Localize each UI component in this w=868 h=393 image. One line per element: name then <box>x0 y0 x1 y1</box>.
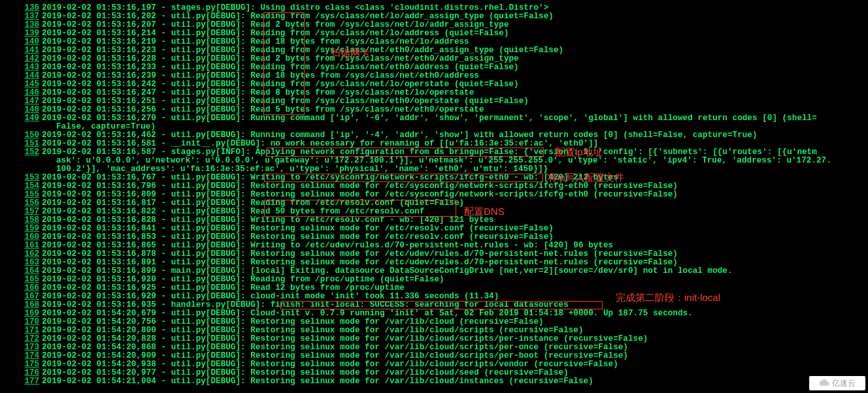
log-text: 2019-02-02 01:53:16,828 - util.py[DEBUG]… <box>42 215 494 225</box>
line-number: 177 <box>0 377 42 386</box>
log-text: 2019-02-02 01:53:16,214 - util.py[DEBUG]… <box>42 29 509 38</box>
log-text: 2019-02-02 01:53:16,822 - util.py[DEBUG]… <box>42 207 424 216</box>
log-text: 2019-02-02 01:53:16,233 - util.py[DEBUG]… <box>42 63 519 72</box>
log-text: 2019-02-02 01:54:20,800 - util.py[DEBUG]… <box>42 326 584 335</box>
log-text: 2019-02-02 01:53:16,239 - util.py[DEBUG]… <box>42 71 479 80</box>
log-text: 2019-02-02 01:53:16,207 - util.py[DEBUG]… <box>42 20 509 29</box>
log-text: 2019-02-02 01:53:16,891 - util.py[DEBUG]… <box>42 258 678 267</box>
log-text: 2019-02-02 01:53:16,929 - util.py[DEBUG]… <box>42 292 499 301</box>
log-text: 2019-02-02 01:54:20,909 - util.py[DEBUG]… <box>42 351 628 360</box>
log-text: 2019-02-02 01:53:16,462 - util.py[DEBUG]… <box>42 131 758 140</box>
log-text: 2019-02-02 01:53:16,925 - util.py[DEBUG]… <box>42 283 405 292</box>
log-text: 2019-02-02 01:53:16,223 - util.py[DEBUG]… <box>42 46 563 55</box>
log-text: ask': u'0.0.0.0', u'network': u'0.0.0.0'… <box>0 156 831 165</box>
log-text: 2019-02-02 01:53:16,270 - util.py[DEBUG]… <box>42 114 817 123</box>
log-text: 2019-02-02 01:53:16,865 - util.py[DEBUG]… <box>42 241 613 250</box>
terminal-log[interactable]: 1362019-02-02 01:53:16,197 - stages.py[D… <box>0 0 868 386</box>
log-text: 2019-02-02 01:53:16,796 - util.py[DEBUG]… <box>42 181 678 191</box>
log-text: 2019-02-02 01:53:16,228 - util.py[DEBUG]… <box>42 54 519 63</box>
log-text: 2019-02-02 01:53:16,841 - util.py[DEBUG]… <box>42 224 554 233</box>
log-text: 2019-02-02 01:53:16,202 - util.py[DEBUG]… <box>42 12 554 21</box>
log-text: 2019-02-02 01:53:16,242 - util.py[DEBUG]… <box>42 80 519 89</box>
log-text: 2019-02-02 01:53:16,219 - util.py[DEBUG]… <box>42 37 469 46</box>
log-text: 2019-02-02 01:53:16,251 - util.py[DEBUG]… <box>42 97 529 106</box>
log-text: 2019-02-02 01:53:16,920 - util.py[DEBUG]… <box>42 275 444 284</box>
log-text: 2019-02-02 01:53:16,878 - util.py[DEBUG]… <box>42 249 678 259</box>
log-line: 1772019-02-02 01:54:21,004 - util.py[DEB… <box>0 377 868 386</box>
log-text: 2019-02-02 01:54:21,004 - util.py[DEBUG]… <box>42 377 593 386</box>
log-text: 2019-02-02 01:53:16,935 - handlers.py[DE… <box>42 300 569 309</box>
log-text: 2019-02-02 01:53:16,247 - util.py[DEBUG]… <box>42 88 474 97</box>
watermark-logo: 亿速云 <box>809 376 865 390</box>
log-text: False, capture=True) <box>0 122 156 131</box>
log-text: 2019-02-02 01:53:16,853 - util.py[DEBUG]… <box>42 232 554 242</box>
log-text: 2019-02-02 01:54:20,679 - util.py[DEBUG]… <box>42 309 693 318</box>
log-text: 2019-02-02 01:53:16,581 - __init__.py[DE… <box>42 139 598 148</box>
log-text: 2019-02-02 01:53:16,197 - stages.py[DEBU… <box>42 3 548 12</box>
log-text: 2019-02-02 01:54:20,828 - util.py[DEBUG]… <box>42 334 648 343</box>
log-text: 2019-02-02 01:54:20,938 - util.py[DEBUG]… <box>42 360 618 369</box>
log-text: 2019-02-02 01:53:16,809 - util.py[DEBUG]… <box>42 190 678 199</box>
watermark-text: 亿速云 <box>832 379 856 388</box>
log-text: 2019-02-02 01:53:16,256 - util.py[DEBUG]… <box>42 105 484 114</box>
log-text: 2019-02-02 01:53:16,767 - util.py[DEBUG]… <box>42 173 618 182</box>
log-text: 2019-02-02 01:54:20,756 - util.py[DEBUG]… <box>42 317 544 326</box>
log-text: 2019-02-02 01:54:20,977 - util.py[DEBUG]… <box>42 368 569 377</box>
log-text: 2019-02-02 01:53:16,899 - main.py[DEBUG]… <box>42 266 733 275</box>
log-text: 2019-02-02 01:54:20,868 - util.py[DEBUG]… <box>42 343 628 352</box>
log-text: 2019-02-02 01:53:16,817 - util.py[DEBUG]… <box>42 198 464 208</box>
log-text: 2019-02-02 01:53:16,587 - stages.py[INFO… <box>42 148 817 157</box>
log-text: 100.2'}], 'mac_address': u'fa:16:3e:35:e… <box>0 165 548 174</box>
